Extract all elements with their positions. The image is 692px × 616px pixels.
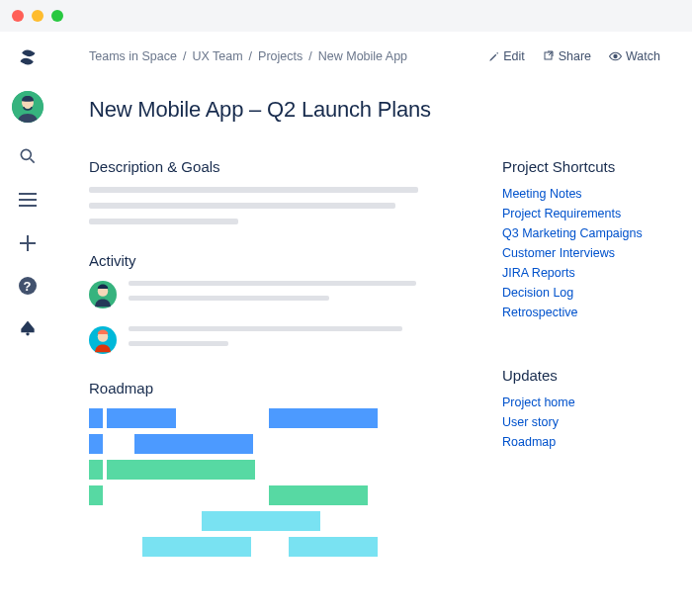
placeholder-line <box>129 326 402 331</box>
gantt-bar <box>134 434 253 454</box>
window-maximize-icon[interactable] <box>51 10 63 22</box>
section-heading-description: Description & Goals <box>89 158 463 175</box>
share-button[interactable]: Share <box>543 49 591 63</box>
gantt-bar <box>269 485 368 505</box>
update-link[interactable]: User story <box>502 415 660 429</box>
gantt-bar <box>269 408 378 428</box>
update-link[interactable]: Project home <box>502 396 660 409</box>
section-heading-roadmap: Roadmap <box>89 380 463 396</box>
notification-icon[interactable] <box>18 318 38 338</box>
placeholder-line <box>89 187 418 193</box>
svg-point-12 <box>614 54 617 57</box>
edit-button[interactable]: Edit <box>488 49 525 63</box>
breadcrumb: Teams in Space/ UX Team/ Projects/ New M… <box>89 49 407 63</box>
svg-point-9 <box>26 332 29 335</box>
shortcut-link[interactable]: Meeting Notes <box>502 187 660 201</box>
window-close-icon[interactable] <box>12 10 24 22</box>
svg-point-2 <box>21 149 31 159</box>
svg-line-3 <box>30 159 34 163</box>
help-icon[interactable]: ? <box>19 277 37 295</box>
shortcut-link[interactable]: Decision Log <box>502 286 660 300</box>
activity-item <box>89 326 463 356</box>
shortcuts-heading: Project Shortcuts <box>502 158 660 175</box>
shortcut-link[interactable]: JIRA Reports <box>502 266 660 280</box>
gantt-bar <box>107 408 176 428</box>
update-link[interactable]: Roadmap <box>502 435 660 449</box>
breadcrumb-item[interactable]: New Mobile App <box>318 49 407 63</box>
activity-avatar[interactable] <box>89 281 117 308</box>
gantt-bar <box>89 460 103 480</box>
confluence-logo-icon[interactable] <box>18 47 38 67</box>
gantt-bar <box>89 408 103 428</box>
shortcut-link[interactable]: Project Requirements <box>502 207 660 220</box>
breadcrumb-item[interactable]: UX Team <box>192 49 242 63</box>
create-icon[interactable] <box>18 233 38 253</box>
gantt-bar <box>89 434 103 454</box>
updates-heading: Updates <box>502 367 660 384</box>
placeholder-line <box>89 219 238 224</box>
gantt-bar <box>107 460 255 480</box>
breadcrumb-item[interactable]: Projects <box>258 49 303 63</box>
section-heading-activity: Activity <box>89 252 463 269</box>
shortcuts-list: Meeting Notes Project Requirements Q3 Ma… <box>502 187 660 319</box>
page-title: New Mobile App – Q2 Launch Plans <box>89 97 660 123</box>
search-icon[interactable] <box>18 146 38 166</box>
gantt-bar <box>202 511 320 531</box>
share-icon <box>543 50 555 62</box>
watch-button[interactable]: Watch <box>609 49 660 63</box>
placeholder-line <box>89 203 395 209</box>
gantt-bar <box>89 485 103 505</box>
shortcut-link[interactable]: Q3 Marketing Campaigns <box>502 226 660 240</box>
placeholder-line <box>129 341 228 346</box>
gantt-bar <box>289 537 378 557</box>
gantt-bar <box>142 537 251 557</box>
activity-item <box>89 281 463 310</box>
global-sidebar: ? <box>0 32 55 616</box>
eye-icon <box>609 51 622 61</box>
shortcut-link[interactable]: Customer Interviews <box>502 246 660 260</box>
shortcut-link[interactable]: Retrospective <box>502 306 660 319</box>
menu-icon[interactable] <box>18 190 38 210</box>
placeholder-line <box>129 296 329 301</box>
updates-list: Project home User story Roadmap <box>502 396 660 449</box>
activity-avatar[interactable] <box>89 326 117 354</box>
breadcrumb-item[interactable]: Teams in Space <box>89 49 177 63</box>
user-avatar[interactable] <box>12 91 43 123</box>
window-titlebar <box>0 0 692 32</box>
window-minimize-icon[interactable] <box>32 10 43 22</box>
placeholder-line <box>129 281 416 286</box>
pencil-icon <box>488 51 499 62</box>
roadmap-gantt <box>89 408 463 557</box>
